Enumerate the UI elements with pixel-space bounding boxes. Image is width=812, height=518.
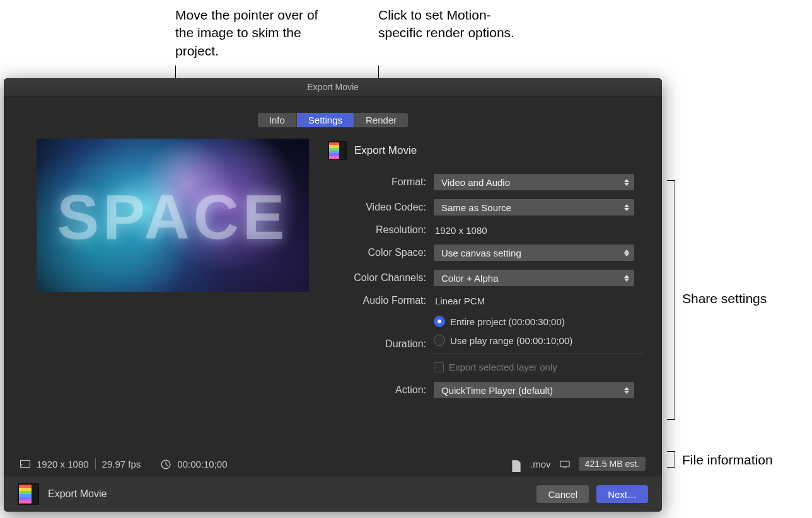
preview-thumbnail[interactable]: SPACE: [37, 139, 309, 292]
next-label: Next…: [608, 489, 637, 500]
bracket-file-info: [667, 451, 675, 468]
cancel-button[interactable]: Cancel: [536, 485, 589, 503]
color-channels-value: Color + Alpha: [441, 273, 498, 284]
status-dimensions: 1920 x 1080: [37, 459, 89, 469]
label-duration: Duration:: [328, 338, 426, 350]
radio-icon: [434, 335, 445, 346]
anno-share-settings: Share settings: [682, 291, 767, 306]
status-time: 00:00:10;00: [177, 459, 227, 469]
duration-entire-label: Entire project (00:00:30;00): [450, 316, 565, 327]
callout-preview-hint: Move the pointer over of the image to sk…: [175, 6, 339, 60]
duration-range-label: Use play range (00:00:10;00): [450, 335, 572, 346]
callout-text: Move the pointer over of the image to sk…: [175, 8, 318, 58]
cancel-label: Cancel: [548, 489, 577, 500]
checkbox-icon: [434, 362, 444, 372]
color-space-select[interactable]: Use canvas setting: [434, 245, 634, 261]
label-format: Format:: [328, 176, 426, 188]
clock-icon: [161, 459, 171, 468]
callout-render-hint: Click to set Motion-specific render opti…: [378, 6, 517, 42]
svg-marker-6: [624, 275, 629, 278]
export-selected-label: Export selected layer only: [449, 362, 557, 372]
footer-bar: Export Movie Cancel Next…: [4, 476, 662, 512]
status-fps: 29.97 fps: [102, 459, 141, 469]
svg-marker-7: [624, 279, 629, 282]
label-video-codec: Video Codec:: [328, 202, 426, 213]
action-value: QuickTime Player (default): [441, 385, 553, 396]
file-icon: [511, 459, 521, 468]
callout-text: Click to set Motion-specific render opti…: [378, 8, 514, 40]
format-value: Video and Audio: [441, 177, 510, 188]
export-preset-icon: [18, 483, 39, 505]
anno-file-info: File information: [682, 452, 773, 468]
tab-segmented-control: Info Settings Render: [258, 113, 408, 127]
chevron-updown-icon: [623, 179, 630, 186]
tab-settings[interactable]: Settings: [297, 113, 354, 127]
divider: [95, 458, 96, 469]
status-size: 421.5 MB est.: [579, 457, 646, 471]
export-selected-checkbox: Export selected layer only: [434, 361, 644, 373]
status-bar: 1920 x 1080 29.97 fps 00:00:10;00 .mov 4…: [4, 451, 662, 476]
color-space-value: Use canvas setting: [441, 248, 521, 258]
divider: [434, 353, 644, 354]
chevron-updown-icon: [623, 275, 630, 282]
svg-marker-3: [624, 208, 629, 211]
chevron-updown-icon: [623, 387, 630, 394]
export-preset-icon: [328, 141, 347, 160]
tab-render[interactable]: Render: [354, 113, 408, 127]
action-select[interactable]: QuickTime Player (default): [434, 382, 634, 398]
monitor-icon: [560, 459, 570, 468]
preview-word: SPACE: [37, 180, 309, 253]
settings-title: Export Movie: [354, 144, 417, 157]
tab-bar: Info Settings Render: [4, 96, 662, 127]
duration-entire-radio[interactable]: Entire project (00:00:30;00): [434, 315, 644, 328]
window-title: Export Movie: [4, 78, 662, 96]
duration-range-radio[interactable]: Use play range (00:00:10;00): [434, 334, 644, 347]
label-audio-format: Audio Format:: [328, 295, 426, 306]
audio-format-value: Linear PCM: [434, 296, 644, 306]
settings-header: Export Movie: [328, 141, 644, 160]
svg-marker-4: [624, 250, 629, 253]
video-codec-value: Same as Source: [441, 202, 511, 213]
label-color-space: Color Space:: [328, 247, 426, 258]
svg-marker-8: [624, 387, 629, 390]
label-action: Action:: [328, 384, 426, 396]
next-button[interactable]: Next…: [596, 485, 648, 503]
chevron-updown-icon: [623, 204, 630, 211]
status-extension: .mov: [530, 459, 551, 469]
svg-rect-10: [21, 461, 30, 468]
footer-title: Export Movie: [48, 488, 107, 500]
svg-marker-5: [624, 253, 629, 256]
svg-line-14: [166, 464, 168, 466]
resolution-value: 1920 x 1080: [434, 225, 644, 236]
color-channels-select[interactable]: Color + Alpha: [434, 270, 634, 286]
svg-marker-9: [624, 391, 629, 394]
svg-marker-1: [624, 183, 629, 186]
bracket-share-settings: [667, 180, 675, 420]
label-resolution: Resolution:: [328, 224, 426, 236]
export-movie-dialog: Export Movie Info Settings Render SPACE …: [4, 78, 662, 512]
chevron-updown-icon: [623, 250, 630, 256]
video-codec-select[interactable]: Same as Source: [434, 199, 634, 216]
label-color-channels: Color Channels:: [328, 272, 426, 284]
format-select[interactable]: Video and Audio: [434, 174, 634, 190]
radio-icon: [434, 316, 445, 327]
svg-marker-2: [624, 204, 629, 207]
tab-info[interactable]: Info: [258, 113, 297, 127]
svg-marker-0: [624, 179, 629, 182]
svg-rect-15: [560, 461, 569, 466]
frame-icon: [20, 459, 30, 468]
settings-panel: Export Movie Format: Video and Audio Vid…: [328, 139, 644, 398]
